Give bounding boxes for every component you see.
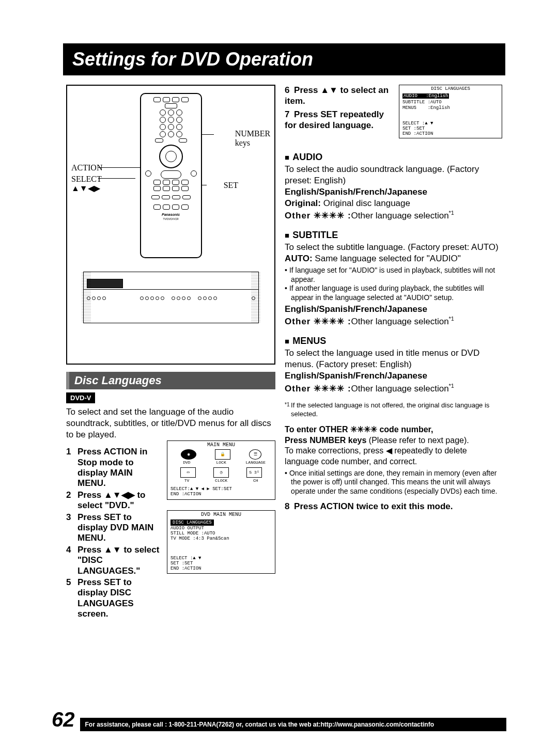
subtitle-options: English/Spanish/French/Japanese — [285, 304, 502, 315]
remote-outline: Panasonic TV/DVD/VCR — [140, 93, 202, 258]
step-4: Press ▲▼ to select "DISC LANGUAGES." — [66, 545, 162, 576]
step-5: Press SET to display DISC LANGUAGES scre… — [66, 577, 162, 620]
audio-heading: AUDIO — [285, 152, 502, 163]
left-column: ACTION SELECT ▲▼◀▶ NUMBER keys SET — [66, 85, 275, 621]
other-code-note: To enter OTHER ✳✳✳✳ code number, Press N… — [285, 424, 502, 467]
footnote: *1If the selected language is not offere… — [285, 401, 502, 418]
footer-bar: For assistance, please call : 1-800-211-… — [80, 718, 507, 731]
subtitle-desc: To select the subtitle language. (Factor… — [285, 242, 502, 253]
osd-stack: MAIN MENU ◉ 🔒 ☰ DVD LOCK LANGUAGE ▭ — [167, 440, 275, 573]
lock-icon: 🔒 — [215, 449, 230, 460]
menus-other: Other ✳✳✳✳ :Other language selection*1 — [285, 382, 502, 395]
step-1: Press ACTION in Stop mode to display MAI… — [66, 447, 162, 489]
language-icon: ☰ — [249, 449, 261, 460]
step-7: 7Press SET repeatedly for desired langua… — [285, 109, 399, 131]
page-title: Settings for DVD Operation — [72, 49, 496, 70]
audio-desc: To select the audio soundtrack language.… — [285, 164, 502, 186]
right-column: DISC LANGUAGES AUDIO :English SUBTITLE :… — [285, 85, 502, 621]
osd-title: MAIN MENU — [167, 441, 275, 448]
manual-page: Settings for DVD Operation ACTION SELECT… — [0, 0, 558, 756]
menus-options: English/Spanish/French/Japanese — [285, 370, 502, 382]
osd-main-menu: MAIN MENU ◉ 🔒 ☰ DVD LOCK LANGUAGE ▭ — [167, 440, 275, 499]
device-display — [87, 279, 123, 288]
ch-icon: 5 3¹ — [246, 467, 262, 478]
page-title-bar: Settings for DVD Operation — [63, 43, 505, 75]
tv-icon: ▭ — [180, 467, 196, 478]
audio-other: Other ✳✳✳✳ :Other language selection*1 — [285, 209, 502, 222]
section-header-disc-languages: Disc Languages — [66, 372, 275, 389]
menus-heading: MENUS — [285, 336, 502, 346]
dvd-v-badge: DVD-V — [66, 392, 95, 403]
page-footer: 62 For assistance, please call : 1-800-2… — [52, 708, 506, 731]
remote-brand: Panasonic — [162, 213, 180, 216]
leader-line — [98, 178, 135, 179]
settings-persist-note: Once initial settings are done, they rem… — [285, 469, 502, 496]
remote-diagram: ACTION SELECT ▲▼◀▶ NUMBER keys SET — [66, 85, 275, 365]
step-8: 8Press ACTION twice to exit this mode. — [285, 501, 502, 512]
subtitle-auto: AUTO: Same language selected for "AUDIO" — [285, 253, 502, 264]
remote-model: TV/DVD/VCR — [163, 217, 178, 220]
menus-desc: To select the language used in title men… — [285, 348, 502, 370]
steps-list: Press ACTION in Stop mode to display MAI… — [66, 447, 162, 620]
label-set: SET — [224, 181, 238, 190]
steps-and-osd: Press ACTION in Stop mode to display MAI… — [66, 440, 275, 620]
remote-dpad — [159, 145, 183, 168]
osd-disc-languages: DISC LANGUAGES AUDIO :English SUBTITLE :… — [399, 85, 502, 138]
audio-original: Original: Original disc language — [285, 198, 502, 209]
subtitle-heading: SUBTITLE — [285, 230, 502, 241]
label-select: SELECT ▲▼◀▶ — [71, 175, 102, 193]
audio-options: English/Spanish/French/Japanese — [285, 186, 502, 198]
osd-highlight: DISC LANGUAGES — [171, 519, 214, 526]
label-action: ACTION — [71, 163, 102, 172]
columns: ACTION SELECT ▲▼◀▶ NUMBER keys SET — [66, 85, 502, 621]
osd-highlight: AUDIO :English — [402, 93, 449, 99]
dvd-icon: ◉ — [181, 449, 196, 460]
subtitle-other: Other ✳✳✳✳ :Other language selection*1 — [285, 315, 502, 327]
step-2: Press ▲▼◀▶ to select "DVD." — [66, 490, 162, 511]
page-number: 62 — [52, 708, 75, 731]
subtitle-bullets: If language set for "AUDIO" is used in p… — [285, 266, 502, 302]
step-3: Press SET to display DVD MAIN MENU. — [66, 512, 162, 544]
step-6: 6Press ▲▼ to select an item. — [285, 85, 399, 107]
clock-icon: ◷ — [213, 467, 229, 478]
leader-line — [98, 167, 141, 168]
device-front — [83, 272, 259, 323]
label-number-keys: NUMBER keys — [235, 129, 270, 147]
osd-dvd-main-menu: DVD MAIN MENU DISC LANGUAGES AUDIO OUTPU… — [167, 510, 275, 574]
intro-text: To select and set the language of the au… — [66, 406, 275, 440]
